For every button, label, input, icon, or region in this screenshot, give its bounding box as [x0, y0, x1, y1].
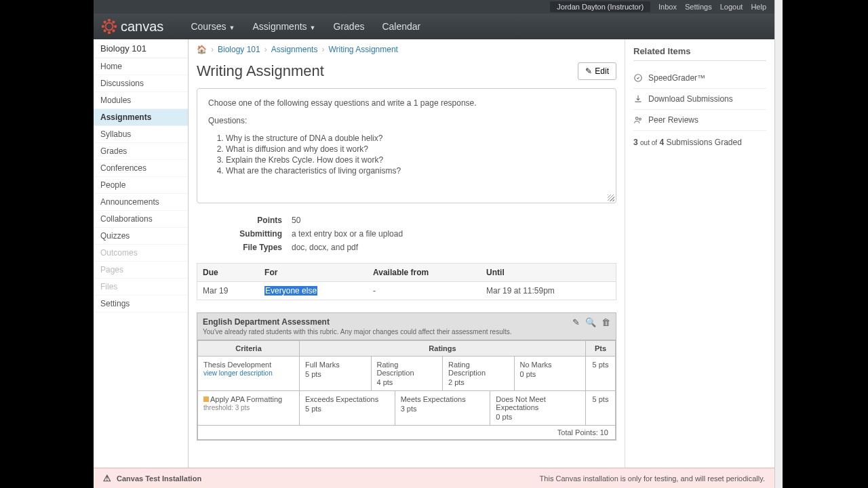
- brand-logo[interactable]: canvas: [102, 19, 163, 35]
- description-box: Choose one of the following essay questi…: [197, 88, 616, 203]
- chevron-down-icon: ▼: [310, 24, 316, 31]
- nav-calendar[interactable]: Calendar: [382, 21, 420, 32]
- rating-label: Rating Description: [377, 361, 437, 377]
- rating-pts: 5 pts: [305, 370, 321, 378]
- sidebar-item-outcomes[interactable]: Outcomes: [94, 245, 188, 262]
- due-dates-table: Due For Available from Until Mar 19 Ever…: [197, 263, 616, 300]
- black-letterbox-left: [0, 0, 94, 488]
- meta-points-label: Points: [197, 216, 292, 225]
- criterion-1-title: Thesis Development: [203, 361, 294, 369]
- sidebar-item-quizzes[interactable]: Quizzes: [94, 228, 188, 245]
- view-longer-description-link[interactable]: view longer description: [203, 369, 273, 377]
- rubric: English Department Assessment You've alr…: [197, 312, 616, 441]
- meta-submitting-value: a text entry box or a file upload: [292, 229, 403, 239]
- link-logout[interactable]: Logout: [720, 3, 743, 11]
- breadcrumb-home-icon[interactable]: 🏠: [197, 45, 207, 54]
- breadcrumb-current[interactable]: Writing Assignment: [328, 45, 398, 54]
- chevron-down-icon: ▼: [229, 24, 235, 31]
- rating-label: Rating Description: [448, 361, 509, 377]
- related-title: Related Items: [633, 46, 766, 61]
- sidebar-course-title[interactable]: Biology 101: [94, 39, 188, 58]
- meta-filetypes-value: doc, docx, and pdf: [292, 243, 358, 252]
- breadcrumb-course[interactable]: Biology 101: [218, 45, 260, 54]
- page-title: Writing Assignment: [197, 62, 324, 80]
- due-value: Mar 19: [197, 282, 260, 300]
- svg-point-2: [108, 32, 110, 33]
- svg-point-8: [113, 30, 114, 31]
- download-icon: [633, 94, 643, 104]
- speedgrader-icon: [633, 73, 643, 83]
- due-header-avail: Available from: [368, 264, 481, 282]
- due-avail-value: -: [368, 282, 481, 300]
- svg-point-11: [639, 118, 641, 120]
- rating-pts: 5 pts: [305, 405, 321, 413]
- rating-label: Meets Expectations: [401, 395, 485, 403]
- svg-point-10: [636, 117, 639, 120]
- rating-label: No Marks: [520, 361, 580, 369]
- meta-points-value: 50: [292, 216, 300, 225]
- submissions-graded-count: 3 out of 4 Submissions Graded: [633, 131, 766, 154]
- scrollbar[interactable]: [774, 0, 783, 488]
- nav-courses[interactable]: Courses▼: [191, 21, 235, 32]
- rating-pts: 3 pts: [401, 405, 417, 413]
- rubric-total-row: Total Points: 10: [198, 426, 616, 440]
- course-sidebar: Biology 101 Home Discussions Modules Ass…: [94, 39, 189, 468]
- criterion-2-pts: 5 pts: [586, 391, 616, 426]
- main-content: 🏠 › Biology 101 › Assignments › Writing …: [189, 39, 625, 468]
- sidebar-item-grades[interactable]: Grades: [94, 143, 188, 160]
- breadcrumb-assignments[interactable]: Assignments: [271, 45, 318, 54]
- due-header-until: Until: [481, 264, 616, 282]
- question-3: Explain the Krebs Cycle. How does it wor…: [226, 155, 605, 165]
- brand-text: canvas: [121, 19, 163, 35]
- related-download[interactable]: Download Submissions: [633, 89, 766, 110]
- rubric-note: You've already rated students with this …: [203, 328, 511, 336]
- footer-left-text: Canvas Test Installation: [117, 474, 201, 483]
- svg-point-5: [104, 21, 105, 22]
- meta-submitting-label: Submitting: [197, 229, 292, 239]
- sidebar-item-discussions[interactable]: Discussions: [94, 75, 188, 92]
- sidebar-item-announcements[interactable]: Announcements: [94, 194, 188, 211]
- user-bar: Jordan Dayton (Instructor) Inbox Setting…: [94, 0, 774, 14]
- svg-point-0: [106, 23, 113, 30]
- trash-icon[interactable]: 🗑: [601, 317, 610, 327]
- sidebar-item-collaborations[interactable]: Collaborations: [94, 211, 188, 228]
- question-1: Why is the structure of DNA a double hel…: [226, 134, 605, 143]
- sidebar-item-syllabus[interactable]: Syllabus: [94, 126, 188, 143]
- related-speedgrader[interactable]: SpeedGrader™: [633, 68, 766, 89]
- edit-button[interactable]: ✎ Edit: [578, 62, 616, 80]
- sidebar-item-people[interactable]: People: [94, 177, 188, 194]
- due-until-value: Mar 19 at 11:59pm: [481, 282, 616, 300]
- test-install-banner: ⚠ Canvas Test Installation This Canvas i…: [94, 468, 774, 488]
- link-help[interactable]: Help: [751, 3, 766, 11]
- due-row: Mar 19 Everyone else - Mar 19 at 11:59pm: [197, 282, 616, 300]
- sidebar-item-assignments[interactable]: Assignments: [94, 109, 188, 126]
- desc-qlabel: Questions:: [208, 116, 605, 125]
- resize-handle-icon[interactable]: [608, 195, 614, 201]
- criterion-1-pts: 5 pts: [586, 357, 616, 391]
- pencil-icon[interactable]: ✎: [572, 317, 580, 327]
- link-inbox[interactable]: Inbox: [658, 3, 677, 11]
- nav-grades[interactable]: Grades: [334, 21, 365, 32]
- sidebar-item-files[interactable]: Files: [94, 279, 188, 296]
- global-nav: canvas Courses▼ Assignments▼ Grades Cale…: [94, 14, 774, 39]
- meta-filetypes-label: File Types: [197, 243, 292, 252]
- rubric-header-ratings: Ratings: [300, 341, 586, 357]
- question-4: What are the characteristics of living o…: [226, 166, 605, 176]
- criterion-2-title: Apply APA Formatting: [210, 395, 282, 403]
- rating-label: Exceeds Expectations: [305, 395, 389, 403]
- sidebar-item-conferences[interactable]: Conferences: [94, 160, 188, 177]
- rating-pts: 0 pts: [496, 413, 512, 421]
- sidebar-item-pages[interactable]: Pages: [94, 262, 188, 279]
- search-icon[interactable]: 🔍: [585, 317, 596, 327]
- svg-point-1: [108, 20, 110, 21]
- sidebar-item-modules[interactable]: Modules: [94, 92, 188, 109]
- pencil-icon: ✎: [585, 66, 592, 76]
- related-peer-reviews[interactable]: Peer Reviews: [633, 110, 766, 131]
- nav-assignments[interactable]: Assignments▼: [252, 21, 315, 32]
- link-settings[interactable]: Settings: [685, 3, 712, 11]
- sidebar-item-settings[interactable]: Settings: [94, 296, 188, 312]
- rubric-row-1: Thesis Development view longer descripti…: [198, 357, 616, 391]
- sidebar-item-home[interactable]: Home: [94, 58, 188, 75]
- rubric-title: English Department Assessment: [203, 317, 511, 327]
- user-identity[interactable]: Jordan Dayton (Instructor): [550, 1, 650, 12]
